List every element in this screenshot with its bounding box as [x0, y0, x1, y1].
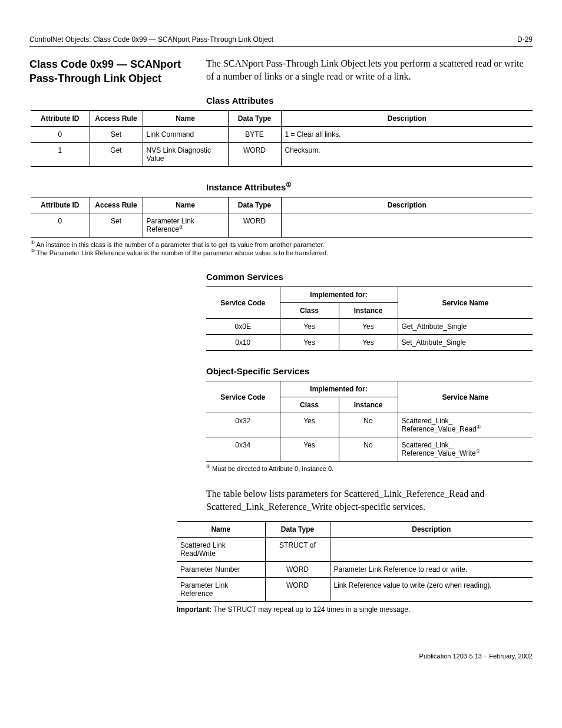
- section-title: Class Code 0x99 — SCANport Pass-Through …: [29, 57, 189, 86]
- table-row: 0 Set Link Command BYTE 1 = Clear all li…: [31, 127, 533, 143]
- common-services-heading: Common Services: [206, 272, 533, 282]
- th-service-name: Service Name: [398, 287, 533, 319]
- th-class: Class: [280, 397, 339, 413]
- th-implemented-for: Implemented for:: [280, 381, 398, 397]
- th-data-type: Data Type: [228, 111, 281, 127]
- publication-footer: Publication 1203-5.13 – February, 2002: [29, 653, 533, 660]
- th-instance: Instance: [339, 397, 398, 413]
- th-description: Description: [281, 111, 533, 127]
- intro-paragraph: The SCANport Pass-Through Link Object le…: [206, 57, 533, 83]
- th-attribute-id: Attribute ID: [31, 111, 90, 127]
- footnote-1: ① An instance in this class is the numbe…: [31, 241, 533, 248]
- th-name: Name: [177, 522, 265, 538]
- th-data-type: Data Type: [228, 197, 281, 213]
- object-specific-services-heading: Object-Specific Services: [206, 366, 533, 376]
- table-row: Scattered Link Read/Write STRUCT of: [177, 538, 533, 562]
- th-implemented-for: Implemented for:: [280, 287, 398, 303]
- table-row: 0x34 Yes No Scattered_Link_ Reference_Va…: [206, 437, 533, 462]
- instance-attributes-table: Attribute ID Access Rule Name Data Type …: [31, 197, 533, 238]
- table-row: 1 Get NVS Link Diagnostic Value WORD Che…: [31, 143, 533, 167]
- th-service-name: Service Name: [398, 381, 533, 413]
- table-row: 0 Set Parameter Link Reference② WORD: [31, 213, 533, 238]
- page-header: ControlNet Objects: Class Code 0x99 — SC…: [29, 35, 533, 47]
- th-description: Description: [330, 522, 533, 538]
- th-access-rule: Access Rule: [90, 111, 143, 127]
- parameter-table: Name Data Type Description Scattered Lin…: [177, 521, 533, 602]
- th-class: Class: [280, 303, 339, 319]
- th-name: Name: [143, 197, 228, 213]
- main-content: Class Code 0x99 — SCANport Pass-Through …: [29, 57, 533, 629]
- th-description: Description: [281, 197, 533, 213]
- table-row: 0x32 Yes No Scattered_Link_ Reference_Va…: [206, 413, 533, 437]
- th-service-code: Service Code: [206, 287, 280, 319]
- th-name: Name: [143, 111, 228, 127]
- common-services-table: Service Code Implemented for: Service Na…: [206, 286, 533, 351]
- th-access-rule: Access Rule: [90, 197, 143, 213]
- table-row: Parameter Link Reference WORD Link Refer…: [177, 578, 533, 602]
- header-breadcrumb: ControlNet Objects: Class Code 0x99 — SC…: [29, 35, 273, 44]
- th-service-code: Service Code: [206, 381, 280, 413]
- th-instance: Instance: [339, 303, 398, 319]
- table-row: 0x0E Yes Yes Get_Attribute_Single: [206, 319, 533, 335]
- instance-attributes-heading: Instance Attributes①: [206, 182, 533, 192]
- footnote-obj: ① Must be directed to Attribute 0, Insta…: [206, 465, 533, 472]
- header-page-number: D-29: [517, 35, 533, 44]
- param-paragraph: The table below lists parameters for Sca…: [206, 487, 533, 513]
- important-note: Important: The STRUCT may repeat up to 1…: [177, 605, 533, 614]
- table-row: 0x10 Yes Yes Set_Attribute_Single: [206, 335, 533, 351]
- th-attribute-id: Attribute ID: [31, 197, 90, 213]
- table-row: Parameter Number WORD Parameter Link Ref…: [177, 562, 533, 578]
- th-data-type: Data Type: [265, 522, 330, 538]
- object-specific-services-table: Service Code Implemented for: Service Na…: [206, 381, 533, 462]
- class-attributes-table: Attribute ID Access Rule Name Data Type …: [31, 110, 533, 167]
- footnote-2: ② The Parameter Link Reference value is …: [31, 249, 533, 256]
- class-attributes-heading: Class Attributes: [206, 95, 533, 106]
